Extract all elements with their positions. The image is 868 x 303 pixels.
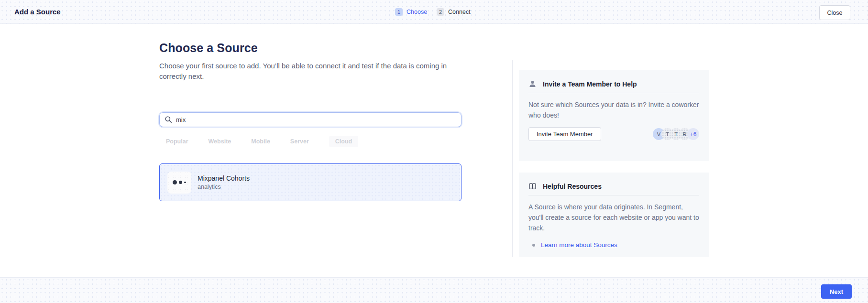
invite-panel: Invite a Team Member to Help Not sure wh… bbox=[519, 70, 709, 161]
section-heading: Choose a Source bbox=[159, 41, 461, 55]
category-tabs: Popular Website Mobile Server Cloud bbox=[166, 135, 461, 148]
section-description: Choose your first source to add. You’ll … bbox=[159, 61, 461, 81]
source-result-mixpanel-cohorts[interactable]: Mixpanel Cohorts analytics bbox=[159, 163, 461, 201]
invite-panel-header: Invite a Team Member to Help bbox=[528, 70, 699, 90]
page-title: Add a Source bbox=[14, 0, 61, 24]
step-1-badge: 1 bbox=[395, 8, 403, 16]
result-category: analytics bbox=[198, 184, 250, 190]
result-text: Mixpanel Cohorts analytics bbox=[198, 174, 250, 190]
tab-mobile[interactable]: Mobile bbox=[251, 136, 270, 147]
bullet bbox=[532, 244, 535, 247]
resources-panel-title: Helpful Resources bbox=[543, 183, 602, 190]
search-icon bbox=[165, 116, 172, 123]
next-button[interactable]: Next bbox=[821, 284, 852, 299]
wizard-steps: 1 Choose 2 Connect bbox=[395, 0, 471, 24]
invite-team-member-button[interactable]: Invite Team Member bbox=[528, 127, 601, 141]
close-button[interactable]: Close bbox=[819, 5, 850, 20]
result-title: Mixpanel Cohorts bbox=[198, 174, 250, 182]
divider bbox=[528, 195, 699, 195]
sidebar-divider bbox=[512, 60, 513, 257]
search-input[interactable] bbox=[159, 112, 461, 127]
step-2-badge: 2 bbox=[437, 8, 444, 16]
footer-bar: Next bbox=[0, 277, 868, 303]
tab-server[interactable]: Server bbox=[290, 136, 309, 147]
resources-panel-header: Helpful Resources bbox=[528, 173, 699, 193]
person-icon bbox=[528, 80, 537, 88]
tab-cloud[interactable]: Cloud bbox=[329, 136, 358, 147]
avatar-stack: V T T R +6 bbox=[653, 128, 699, 140]
invite-row: Invite Team Member V T T R +6 bbox=[528, 127, 699, 141]
resource-link-row: Learn more about Sources bbox=[528, 241, 699, 249]
main-content: Choose a Source Choose your first source… bbox=[159, 24, 461, 201]
invite-panel-title: Invite a Team Member to Help bbox=[543, 80, 637, 88]
step-1-choose[interactable]: Choose bbox=[407, 9, 427, 15]
resources-panel-body: A Source is where your data originates. … bbox=[528, 202, 699, 233]
divider bbox=[528, 93, 699, 93]
avatar-more-badge: +6 bbox=[687, 128, 699, 140]
learn-more-sources-link[interactable]: Learn more about Sources bbox=[541, 241, 617, 249]
header-bar: Add a Source 1 Choose 2 Connect Close bbox=[0, 0, 868, 24]
step-2-connect[interactable]: Connect bbox=[448, 9, 471, 15]
book-icon bbox=[528, 182, 537, 190]
mixpanel-dots-icon bbox=[167, 172, 191, 194]
tab-website[interactable]: Website bbox=[209, 136, 231, 147]
resources-panel: Helpful Resources A Source is where your… bbox=[519, 173, 709, 257]
source-search bbox=[159, 112, 461, 127]
tab-popular[interactable]: Popular bbox=[166, 136, 188, 147]
invite-panel-body: Not sure which Sources your data is in? … bbox=[528, 99, 699, 120]
